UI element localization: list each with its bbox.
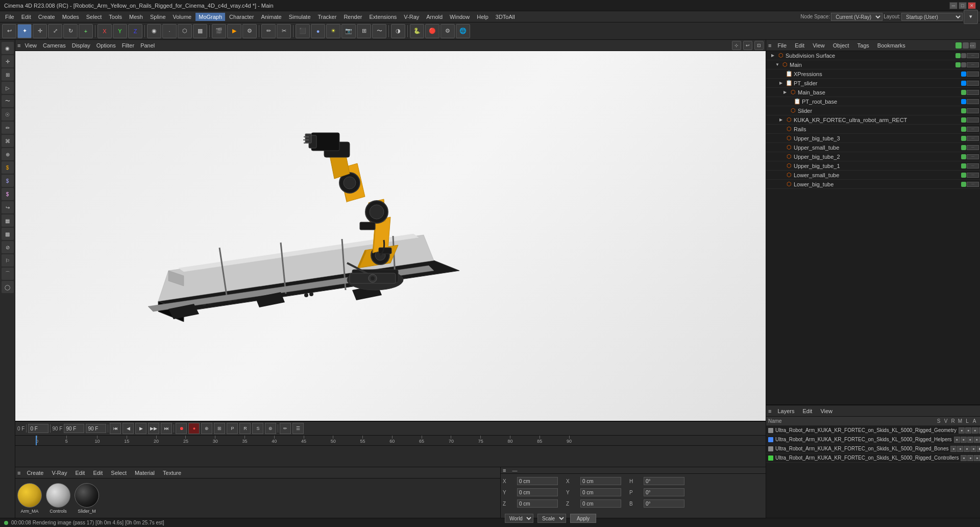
tree-dot-green-8[interactable] <box>961 127 966 132</box>
b-input[interactable] <box>644 499 684 508</box>
tree-upper-big-tube-1[interactable]: ⬡ Upper_big_tube_1 ··· <box>766 161 980 171</box>
material-menu-texture[interactable]: Texture <box>161 469 183 477</box>
attr-menu-icon[interactable]: ≡ <box>503 467 506 473</box>
tree-rails[interactable]: ⬡ Rails ··· <box>766 125 980 134</box>
key-all-btn[interactable]: ⊕ <box>201 423 212 434</box>
goto-start-btn[interactable]: ⏮ <box>110 423 121 434</box>
menu-spline[interactable]: Spline <box>147 13 169 21</box>
scale-btn[interactable]: ⤢ <box>48 24 62 38</box>
render-view-btn[interactable]: 🎬 <box>212 24 226 38</box>
tree-upper-small-tube[interactable]: ⬡ Upper_small_tube ··· <box>766 143 980 152</box>
apply-button[interactable]: Apply <box>570 514 596 523</box>
sidebar-hook[interactable]: ↪ <box>2 201 14 213</box>
tree-xpressions[interactable]: 📋 XPressions <box>766 69 980 79</box>
tree-material-dots-13[interactable]: ··· <box>967 173 979 178</box>
timeline-list-btn[interactable]: ☰ <box>292 423 304 434</box>
sidebar-dollar[interactable]: $ <box>2 161 14 174</box>
render-settings-btn[interactable]: ⚙ <box>242 24 257 38</box>
settings-btn[interactable]: ⚙ <box>440 24 455 38</box>
layer-ctrl-l2[interactable]: ▶ <box>977 446 980 452</box>
scale-select[interactable]: Scale <box>537 514 566 523</box>
material-menu-create[interactable]: Create <box>24 469 45 477</box>
menu-volume[interactable]: Volume <box>170 13 195 21</box>
light-btn[interactable]: ☀ <box>326 24 340 38</box>
material-menu-icon[interactable]: ≡ <box>17 470 20 476</box>
sidebar-wrap[interactable]: ⌘ <box>2 135 14 147</box>
vp-solo-btn[interactable]: ⊡ <box>754 41 764 50</box>
tree-material-dots-10[interactable]: ··· <box>967 145 979 150</box>
tree-upper-big-tube-2[interactable]: ⬡ Upper_big_tube_2 ··· <box>766 152 980 161</box>
play-btn[interactable]: ▶ <box>135 423 146 434</box>
sidebar-scale[interactable]: ⊞ <box>2 68 14 81</box>
key-scl-btn[interactable]: S <box>252 423 263 434</box>
menu-edit[interactable]: Edit <box>18 13 34 21</box>
vp-unlock-btn[interactable]: ↩ <box>743 41 752 50</box>
layers-menu-edit[interactable]: Edit <box>800 407 814 415</box>
obj-mode-btn[interactable]: ◉ <box>147 24 161 38</box>
menu-render[interactable]: Render <box>340 13 365 21</box>
layers-menu-icon[interactable]: ≡ <box>768 408 771 414</box>
layer-ctrl-m2[interactable]: ● <box>970 446 976 452</box>
tree-dot-green-13[interactable] <box>961 173 966 178</box>
z-pos-input[interactable] <box>517 499 558 508</box>
sidebar-checker[interactable]: ▦ <box>2 214 14 227</box>
material-arm[interactable]: Arm_MA <box>17 483 42 514</box>
sidebar-curve[interactable]: 〜 <box>2 95 14 107</box>
sidebar-bezier[interactable]: ☉ <box>2 108 14 121</box>
cube-btn[interactable]: ⬛ <box>296 24 310 38</box>
tree-main-base[interactable]: ▶ ⬡ Main_base <box>766 88 980 97</box>
key-rot-btn[interactable]: R <box>239 423 251 434</box>
timeline-indicator[interactable] <box>36 436 37 445</box>
sidebar-checker3[interactable]: ⊘ <box>2 241 14 253</box>
scene-menu-object[interactable]: Object <box>831 41 851 50</box>
key-sel-btn[interactable]: ⊞ <box>214 423 225 434</box>
tree-lower-big-tube[interactable]: ⬡ Lower_big_tube ··· <box>766 180 980 189</box>
menu-mograph[interactable]: MoGraph <box>195 13 225 21</box>
render-btn[interactable]: ▶ <box>227 24 241 38</box>
tree-material-dots[interactable]: ··· <box>967 53 979 58</box>
viewport-menu-icon[interactable]: ≡ <box>17 42 20 49</box>
h-input[interactable] <box>644 477 684 485</box>
layer-ctrl-r0[interactable]: ● <box>972 427 978 434</box>
menu-select[interactable]: Select <box>83 13 105 21</box>
material-menu-material[interactable]: Material <box>133 469 157 477</box>
menu-3dtoall[interactable]: 3DToAll <box>493 13 518 21</box>
tree-material-dots-2[interactable] <box>967 71 979 77</box>
material-btn[interactable]: ◑ <box>391 24 405 38</box>
sidebar-uv[interactable]: ⊕ <box>2 148 14 160</box>
grid-btn[interactable]: ⊞ <box>357 24 371 38</box>
layer-geometry[interactable]: Ultra_Robot_Arm_KUKA_KR_FORTEC_on_Skids_… <box>766 426 980 435</box>
tree-dot-green-12[interactable] <box>961 163 966 169</box>
tree-lower-small-tube[interactable]: ⬡ Lower_small_tube ··· <box>766 171 980 180</box>
tree-material-dots-8[interactable]: ··· <box>967 127 979 132</box>
p-input[interactable] <box>644 488 684 496</box>
xaxis-btn[interactable]: X <box>97 24 112 38</box>
knife-btn[interactable]: ✂ <box>277 24 291 38</box>
tree-slider[interactable]: ⬡ Slider <box>766 106 980 115</box>
key-param-btn[interactable]: ⊚ <box>265 423 276 434</box>
scene-menu-tags[interactable]: Tags <box>855 41 871 50</box>
layer-controllers[interactable]: Ultra_Robot_Arm_KUKA_KR_FORTEC_on_Skids_… <box>766 453 980 463</box>
tree-vis-all[interactable] <box>955 42 962 49</box>
sidebar-tag[interactable]: ⚐ <box>2 254 14 267</box>
menu-file[interactable]: File <box>2 13 17 21</box>
prev-frame-btn[interactable]: ◀ <box>122 423 134 434</box>
scene-menu-bookmarks[interactable]: Bookmarks <box>875 41 908 50</box>
poly-mode-btn[interactable]: ▦ <box>193 24 207 38</box>
viewport-menu-cameras[interactable]: Cameras <box>41 41 68 50</box>
material-slider[interactable]: Slider_M <box>75 483 99 514</box>
curve-btn[interactable]: 〜 <box>372 24 386 38</box>
maximize-button[interactable]: □ <box>959 2 967 9</box>
layout-select[interactable]: Startup (User) <box>901 13 963 21</box>
key-pos-btn[interactable]: P <box>227 423 238 434</box>
node-space-select[interactable]: Current (V-Ray) <box>831 13 883 21</box>
sidebar-dollar3[interactable]: $ <box>2 188 14 200</box>
layer-ctrl-r2[interactable]: ● <box>964 446 970 452</box>
tree-dot-blue-2[interactable] <box>961 71 966 77</box>
menu-tracker[interactable]: Tracker <box>315 13 340 21</box>
layer-ctrl-r3[interactable]: ● <box>974 455 980 461</box>
xpresso-btn[interactable]: 🔴 <box>425 24 439 38</box>
sphere-btn[interactable]: ● <box>311 24 325 38</box>
x-pos2-input[interactable] <box>580 477 621 485</box>
tree-dot-green-6[interactable] <box>961 108 966 113</box>
